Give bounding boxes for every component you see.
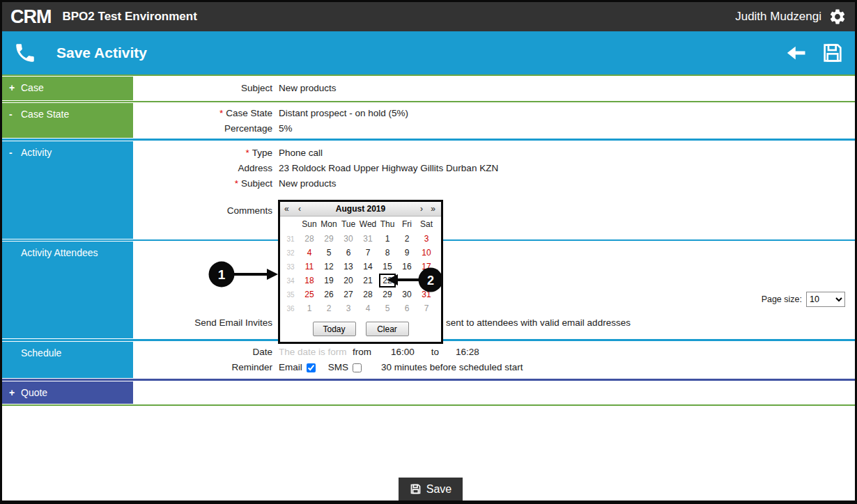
subject-value[interactable]: New products <box>279 81 337 96</box>
sms-reminder-option: SMS <box>328 360 362 375</box>
case-state-value[interactable]: Distant prospect - on hold (5%) <box>279 106 408 121</box>
calendar-day[interactable]: 31 <box>358 232 378 246</box>
calendar-day[interactable]: 6 <box>339 246 358 260</box>
calendar-day[interactable]: 7 <box>417 301 436 315</box>
calendar-month-title: August 2019 <box>280 202 441 216</box>
sidebar-item-case[interactable]: +Case <box>2 77 133 100</box>
calendar-day[interactable]: 25 <box>300 288 319 301</box>
calendar-day[interactable]: 29 <box>319 232 339 246</box>
calendar-day[interactable]: 9 <box>397 246 417 260</box>
sidebar-item-quote[interactable]: +Quote <box>2 381 133 404</box>
calendar-day[interactable]: 4 <box>300 246 319 260</box>
today-button[interactable]: Today <box>313 322 356 336</box>
sidebar-item-case-state[interactable]: -Case State <box>2 103 133 138</box>
back-arrow-icon[interactable] <box>784 42 809 63</box>
next-month-icon[interactable]: › <box>420 202 423 216</box>
sidebar-item-activity[interactable]: -Activity <box>2 141 133 239</box>
app-title: BPO2 Test Environment <box>63 10 197 24</box>
calendar-day[interactable]: 26 <box>319 288 339 301</box>
time-from-value[interactable]: 16:00 <box>391 345 415 360</box>
calendar-day[interactable]: 14 <box>358 260 378 274</box>
calendar-day[interactable]: 7 <box>358 246 378 260</box>
calendar-day[interactable]: 18 <box>300 274 319 288</box>
calendar-day[interactable]: 2 <box>397 232 417 246</box>
sms-label: SMS <box>328 360 348 375</box>
calendar-day[interactable]: 8 <box>378 246 397 260</box>
section-row-case: +Case Subject New products <box>2 74 855 101</box>
calendar-day[interactable]: 11 <box>300 260 319 274</box>
percentage-label: Percentage <box>133 121 272 136</box>
calendar-day[interactable]: 10 <box>417 246 436 260</box>
calendar-day[interactable]: 19 <box>319 274 339 288</box>
required-asterisk: * <box>235 178 238 189</box>
comments-label: Comments <box>133 203 272 219</box>
sidebar-item-label: Case State <box>21 109 69 120</box>
calendar-day[interactable]: 30 <box>339 232 358 246</box>
week-number: 33 <box>281 260 300 274</box>
calendar-weekday-label: Sat <box>417 216 436 232</box>
calendar-day[interactable]: 5 <box>319 246 339 260</box>
required-asterisk: * <box>245 148 249 158</box>
sidebar-item-label: Schedule <box>21 347 61 359</box>
calendar-day[interactable]: 5 <box>378 301 397 315</box>
calendar-day[interactable]: 6 <box>397 301 417 315</box>
save-icon[interactable] <box>821 42 844 64</box>
subject-label: Subject <box>133 81 272 96</box>
week-number: 31 <box>281 233 300 246</box>
to-label: to <box>431 345 439 360</box>
expand-icon: + <box>9 387 21 398</box>
calendar-day-headers: SunMonTueWedThuFriSat <box>280 216 441 232</box>
sms-checkbox[interactable] <box>353 363 362 372</box>
sidebar-item-label: Activity <box>21 147 52 158</box>
date-input[interactable]: The date is form <box>279 345 351 360</box>
calendar-day[interactable]: 20 <box>339 274 358 288</box>
calendar-day[interactable]: 3 <box>417 232 436 246</box>
reminder-label: Reminder <box>133 360 272 375</box>
calendar-day[interactable]: 13 <box>339 260 358 274</box>
calendar-week-row: 3128293031123 <box>280 232 441 246</box>
address-label: Address <box>133 161 272 176</box>
calendar-header: « ‹ August 2019 › » <box>280 202 441 216</box>
calendar-day[interactable]: 1 <box>300 301 319 315</box>
calendar-day[interactable]: 27 <box>339 288 358 301</box>
calendar-weekday-label: Sun <box>300 216 319 232</box>
calendar-weekday-label: Tue <box>339 216 358 232</box>
page-size-select[interactable]: 10 <box>806 292 845 307</box>
annotation-1-number: 1 <box>218 267 226 282</box>
calendar-day[interactable]: 28 <box>300 232 319 246</box>
type-value[interactable]: Phone call <box>279 145 323 161</box>
action-bar: Save Activity <box>2 31 855 74</box>
case-state-label: *Case State <box>133 106 272 121</box>
from-label: from <box>353 345 371 360</box>
email-checkbox[interactable] <box>307 363 316 372</box>
user-name[interactable]: Judith Mudzengi <box>735 10 821 24</box>
clear-button[interactable]: Clear <box>366 322 409 336</box>
phone-icon <box>13 41 37 65</box>
sidebar-item-schedule[interactable]: Schedule <box>2 342 133 378</box>
calendar-weekday-label: Wed <box>358 216 378 232</box>
week-number: 36 <box>281 302 300 316</box>
annotation-marker-1: 1 <box>208 260 281 289</box>
percentage-value: 5% <box>279 121 293 136</box>
calendar-day[interactable]: 21 <box>358 274 378 288</box>
sidebar-item-activity-attendees[interactable]: Activity Attendees <box>2 242 133 338</box>
activity-subject-value[interactable]: New products <box>279 176 337 191</box>
calendar-day[interactable]: 3 <box>339 301 358 315</box>
calendar-weekday-label: Mon <box>319 216 339 232</box>
gear-icon[interactable] <box>828 8 847 26</box>
time-to-value[interactable]: 16:28 <box>456 345 479 360</box>
app-window: CRM BPO2 Test Environment Judith Mudzeng… <box>0 0 857 504</box>
calendar-day[interactable]: 28 <box>358 288 378 301</box>
collapse-icon: - <box>9 147 21 158</box>
week-number: 34 <box>281 274 300 288</box>
calendar-day[interactable]: 4 <box>358 301 378 315</box>
calendar-week-row: 361234567 <box>280 301 441 315</box>
calendar-day[interactable]: 1 <box>378 232 397 246</box>
next-year-icon[interactable]: » <box>431 202 435 216</box>
save-button[interactable]: Save <box>399 478 463 501</box>
week-number: 35 <box>281 288 300 302</box>
calendar-day[interactable]: 12 <box>319 260 339 274</box>
top-bar: CRM BPO2 Test Environment Judith Mudzeng… <box>2 2 855 31</box>
address-value[interactable]: 23 Roldock Road Upper Highway Gillits Du… <box>279 161 498 176</box>
calendar-day[interactable]: 2 <box>319 301 339 315</box>
